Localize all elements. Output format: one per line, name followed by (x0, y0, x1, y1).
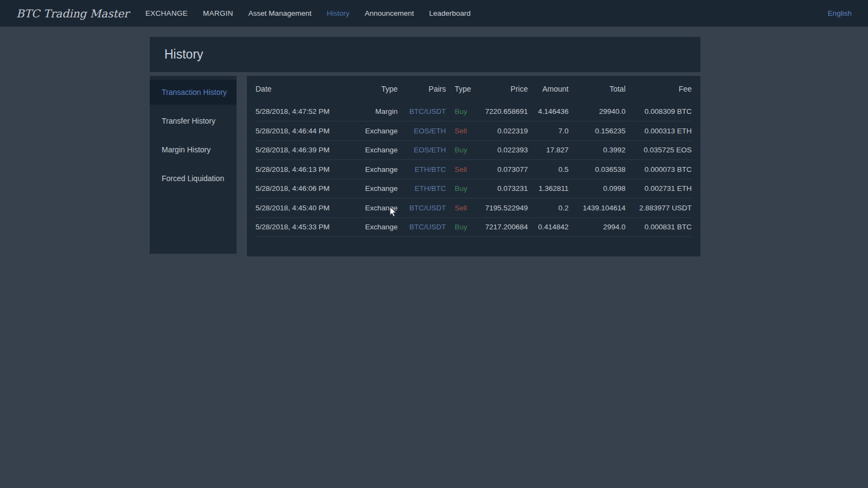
table-row: 5/28/2018, 4:47:52 PM Margin BTC/USDT Bu… (256, 102, 692, 121)
cell-total: 0.036538 (569, 160, 626, 179)
cell-amount: 17.827 (528, 140, 569, 160)
sidebar-item-transfer-history[interactable]: Transfer History (150, 108, 237, 133)
sidebar-item-margin-history[interactable]: Margin History (150, 137, 237, 162)
col-header-price: Price (476, 76, 528, 102)
sidebar-item-forced-liquidation[interactable]: Forced Liquidation (150, 166, 237, 191)
sidebar-item-transaction-history[interactable]: Transaction History (150, 80, 237, 105)
table-row: 5/28/2018, 4:46:13 PM Exchange ETH/BTC S… (256, 160, 692, 179)
nav-item-margin[interactable]: MARGIN (195, 5, 241, 22)
col-header-total: Total (569, 76, 626, 102)
table-row: 5/28/2018, 4:45:40 PM Exchange BTC/USDT … (256, 198, 692, 218)
cell-price: 0.073231 (476, 179, 528, 198)
cell-amount: 0.2 (528, 198, 569, 218)
page-header-panel: History (150, 37, 700, 72)
cell-price: 7195.522949 (476, 198, 528, 218)
cell-side: Buy (446, 140, 476, 160)
cell-amount: 1.362811 (528, 179, 569, 198)
cell-side: Sell (446, 160, 476, 179)
cell-pairs[interactable]: EOS/ETH (398, 121, 446, 141)
cell-fee: 0.035725 EOS (626, 140, 692, 160)
cell-pairs[interactable]: BTC/USDT (398, 217, 446, 237)
cell-type: Exchange (348, 160, 398, 179)
cell-amount: 7.0 (528, 121, 569, 141)
top-navbar: BTC Trading Master EXCHANGE MARGIN Asset… (0, 0, 868, 27)
cell-price: 0.022319 (476, 121, 528, 141)
cell-price: 7220.658691 (476, 102, 528, 121)
cell-pairs[interactable]: BTC/USDT (398, 102, 446, 121)
cell-fee: 0.000313 ETH (626, 121, 692, 141)
cell-total: 2994.0 (569, 217, 626, 237)
table-row: 5/28/2018, 4:46:06 PM Exchange ETH/BTC B… (256, 179, 692, 198)
col-header-type: Type (348, 76, 398, 102)
table-header-row: Date Type Pairs Type Price Amount Total … (256, 76, 692, 102)
cell-fee: 0.002731 ETH (626, 179, 692, 198)
nav-item-announcement[interactable]: Announcement (357, 5, 422, 22)
nav-item-leaderboard[interactable]: Leaderboard (422, 5, 478, 22)
cell-total: 0.0998 (569, 179, 626, 198)
nav-item-history[interactable]: History (319, 5, 357, 22)
cell-total: 0.156235 (569, 121, 626, 141)
nav-item-exchange[interactable]: EXCHANGE (138, 5, 195, 22)
cell-price: 0.022393 (476, 140, 528, 160)
table-row: 5/28/2018, 4:46:44 PM Exchange EOS/ETH S… (256, 121, 692, 141)
page-title: History (164, 47, 203, 62)
cell-pairs[interactable]: BTC/USDT (398, 198, 446, 218)
col-header-fee: Fee (626, 76, 692, 102)
cell-fee: 0.000073 BTC (626, 160, 692, 179)
cell-type: Exchange (348, 217, 398, 237)
brand-logo[interactable]: BTC Trading Master (16, 7, 129, 20)
cell-type: Exchange (348, 198, 398, 218)
cell-pairs[interactable]: ETH/BTC (398, 179, 446, 198)
history-sidebar: Transaction History Transfer History Mar… (150, 76, 237, 254)
cell-date: 5/28/2018, 4:46:06 PM (256, 179, 348, 198)
cell-date: 5/28/2018, 4:46:44 PM (256, 121, 348, 141)
cell-amount: 0.414842 (528, 217, 569, 237)
cell-fee: 0.008309 BTC (626, 102, 692, 121)
cell-total: 1439.104614 (569, 198, 626, 218)
cell-type: Exchange (348, 179, 398, 198)
language-selector[interactable]: English (828, 5, 852, 22)
col-header-amount: Amount (528, 76, 569, 102)
col-header-date: Date (256, 76, 348, 102)
cell-date: 5/28/2018, 4:46:13 PM (256, 160, 348, 179)
cell-type: Exchange (348, 121, 398, 141)
cell-type: Exchange (348, 140, 398, 160)
col-header-side: Type (446, 76, 476, 102)
cell-amount: 4.146436 (528, 102, 569, 121)
cell-date: 5/28/2018, 4:46:39 PM (256, 140, 348, 160)
cell-price: 7217.200684 (476, 217, 528, 237)
table-row: 5/28/2018, 4:46:39 PM Exchange EOS/ETH B… (256, 140, 692, 160)
transaction-table: Date Type Pairs Type Price Amount Total … (256, 76, 692, 237)
cell-pairs[interactable]: ETH/BTC (398, 160, 446, 179)
transaction-table-panel: Date Type Pairs Type Price Amount Total … (247, 76, 700, 256)
cell-price: 0.073077 (476, 160, 528, 179)
cell-type: Margin (348, 102, 398, 121)
cell-date: 5/28/2018, 4:45:40 PM (256, 198, 348, 218)
cell-pairs[interactable]: EOS/ETH (398, 140, 446, 160)
cell-amount: 0.5 (528, 160, 569, 179)
table-row: 5/28/2018, 4:45:33 PM Exchange BTC/USDT … (256, 217, 692, 237)
nav-item-asset-management[interactable]: Asset Management (241, 5, 319, 22)
cell-side: Sell (446, 121, 476, 141)
cell-fee: 2.883977 USDT (626, 198, 692, 218)
cell-date: 5/28/2018, 4:47:52 PM (256, 102, 348, 121)
col-header-pairs: Pairs (398, 76, 446, 102)
cell-side: Buy (446, 102, 476, 121)
cell-side: Buy (446, 217, 476, 237)
cell-total: 29940.0 (569, 102, 626, 121)
cell-date: 5/28/2018, 4:45:33 PM (256, 217, 348, 237)
cell-side: Buy (446, 179, 476, 198)
cell-total: 0.3992 (569, 140, 626, 160)
cell-fee: 0.000831 BTC (626, 217, 692, 237)
cell-side: Sell (446, 198, 476, 218)
